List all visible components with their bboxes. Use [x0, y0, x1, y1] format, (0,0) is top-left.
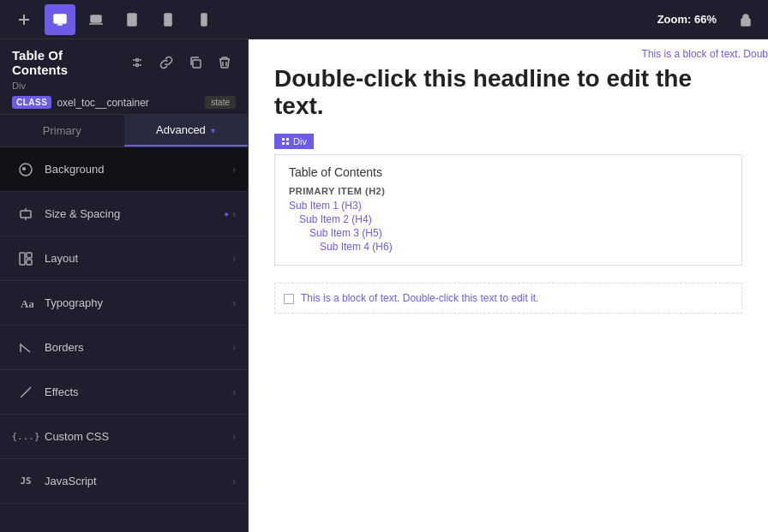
manage-icon[interactable]: [126, 51, 148, 74]
toc-primary-item: PRIMARY ITEM (H2): [289, 186, 728, 196]
left-panel: Table Of Contents Div CLASS oxel_toc__co…: [0, 39, 249, 532]
headline[interactable]: Double-click this headline to edit the t…: [274, 65, 742, 120]
body-text[interactable]: This is a block of text. Double-click th…: [301, 292, 538, 304]
toc-item-h5[interactable]: Sub Item 3 (H5): [289, 227, 728, 239]
svg-text:Aa: Aa: [21, 297, 33, 310]
chevron-down-icon: ▾: [211, 126, 215, 135]
size-spacing-label: Size & Spacing: [45, 207, 225, 220]
layout-label: Layout: [45, 252, 232, 265]
div-bar: Div: [274, 134, 314, 149]
svg-rect-22: [20, 253, 25, 265]
layout-chevron: ›: [232, 253, 236, 265]
svg-rect-0: [54, 15, 66, 23]
effects-icon: [12, 379, 39, 406]
section-background[interactable]: Background ›: [0, 147, 248, 192]
typography-icon: Aa: [12, 290, 39, 317]
size-spacing-chevron: ›: [232, 208, 236, 220]
link-icon[interactable]: [155, 51, 177, 74]
svg-rect-9: [741, 19, 750, 26]
headline-area: This is a block of text. Doub Double-cli…: [249, 39, 768, 134]
svg-rect-24: [27, 260, 32, 265]
toc-item-h3[interactable]: Sub Item 1 (H3): [289, 200, 728, 212]
svg-point-8: [203, 23, 204, 24]
toc-block: Table of Contents PRIMARY ITEM (H2) Sub …: [274, 154, 742, 266]
svg-point-17: [20, 164, 32, 176]
svg-rect-23: [27, 253, 32, 258]
body-text-block[interactable]: This is a block of text. Double-click th…: [274, 283, 742, 314]
custom-css-label: Custom CSS: [45, 430, 232, 443]
typography-chevron: ›: [232, 297, 236, 309]
floating-text: This is a block of text. Doub: [642, 48, 768, 60]
image-placeholder: [284, 294, 294, 304]
add-button[interactable]: [9, 4, 39, 35]
section-size-spacing[interactable]: Size & Spacing ● ›: [0, 192, 248, 236]
laptop-view-button[interactable]: [81, 4, 111, 35]
svg-rect-31: [286, 142, 289, 145]
background-label: Background: [45, 163, 232, 176]
svg-point-11: [136, 64, 139, 67]
section-javascript[interactable]: JS JavaScript ›: [0, 459, 248, 504]
borders-icon: [12, 334, 39, 362]
typography-label: Typography: [45, 296, 232, 309]
panel-header: Table Of Contents Div CLASS oxel_toc__co…: [0, 39, 248, 115]
svg-rect-28: [282, 138, 285, 140]
section-list: Background › Size & Spacing ● ›: [0, 147, 248, 532]
borders-chevron: ›: [232, 342, 236, 354]
svg-point-10: [136, 59, 139, 62]
javascript-label: JavaScript: [45, 475, 232, 487]
tablet-view-button[interactable]: [117, 4, 147, 35]
background-chevron: ›: [232, 164, 236, 176]
layout-icon: [12, 245, 39, 272]
class-row: CLASS oxel_toc__container state: [12, 96, 236, 109]
canvas-content: This is a block of text. Doub Double-cli…: [249, 39, 768, 532]
svg-rect-16: [193, 60, 201, 68]
toc-title: Table of Contents: [289, 165, 728, 179]
desktop-view-button[interactable]: [45, 4, 75, 35]
class-badge: CLASS: [12, 96, 51, 109]
tab-primary[interactable]: Primary: [0, 115, 124, 146]
svg-rect-3: [91, 15, 101, 22]
section-custom-css[interactable]: {...} Custom CSS ›: [0, 415, 248, 459]
js-icon: JS: [12, 468, 39, 495]
svg-rect-6: [165, 14, 171, 26]
section-borders[interactable]: Borders ›: [0, 326, 248, 370]
zoom-display: Zoom: 66%: [657, 13, 717, 26]
canvas-area: This is a block of text. Doub Double-cli…: [249, 39, 768, 532]
tab-advanced[interactable]: Advanced ▾: [124, 115, 249, 146]
mobile-view-button[interactable]: [189, 4, 219, 35]
section-effects[interactable]: Effects ›: [0, 370, 248, 415]
svg-point-5: [131, 23, 133, 25]
section-typography[interactable]: Aa Typography ›: [0, 281, 248, 326]
class-name-value: oxel_toc__container: [57, 97, 200, 109]
tablet-small-view-button[interactable]: [153, 4, 183, 35]
effects-chevron: ›: [232, 386, 236, 398]
panel-subtitle: Div: [12, 81, 236, 91]
state-button[interactable]: state: [205, 96, 236, 109]
svg-point-18: [22, 167, 26, 170]
svg-line-26: [21, 387, 31, 398]
delete-icon[interactable]: [213, 51, 236, 74]
top-toolbar: Zoom: 66%: [0, 0, 768, 39]
javascript-chevron: ›: [232, 475, 236, 487]
css-icon: {...}: [12, 423, 39, 451]
size-icon: [12, 200, 39, 228]
svg-rect-30: [282, 142, 285, 145]
size-spacing-dot: ●: [225, 210, 229, 218]
toc-item-h4[interactable]: Sub Item 2 (H4): [289, 213, 728, 225]
svg-rect-19: [21, 211, 31, 218]
background-icon: [12, 156, 39, 183]
borders-label: Borders: [45, 341, 232, 354]
toc-item-h6[interactable]: Sub Item 4 (H6): [289, 241, 728, 253]
duplicate-icon[interactable]: [184, 51, 207, 74]
lock-button[interactable]: [732, 6, 759, 33]
section-layout[interactable]: Layout ›: [0, 236, 248, 281]
effects-label: Effects: [45, 386, 232, 398]
main-area: Table Of Contents Div CLASS oxel_toc__co…: [0, 39, 768, 532]
panel-tabs: Primary Advanced ▾: [0, 115, 248, 147]
div-label: Div: [293, 136, 307, 146]
svg-rect-29: [286, 138, 289, 140]
custom-css-chevron: ›: [232, 431, 236, 443]
panel-title: Table Of Contents: [12, 48, 119, 77]
